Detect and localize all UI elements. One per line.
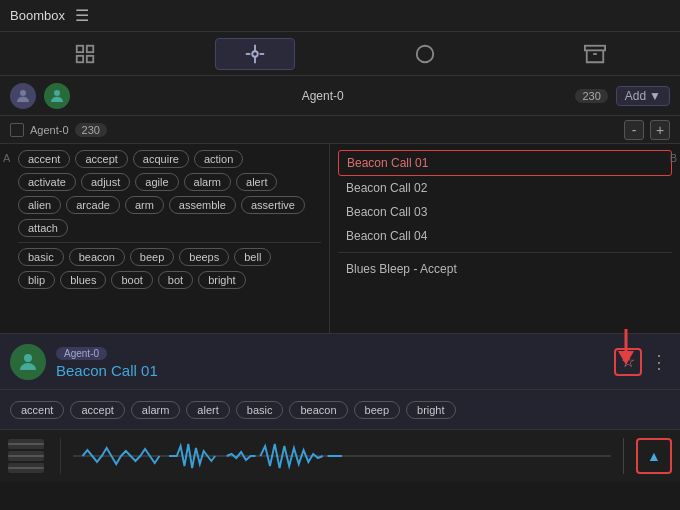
sound-item-2[interactable]: Beacon Call 02 (338, 176, 672, 200)
svg-point-4 (252, 51, 258, 57)
tag-accept[interactable]: accept (75, 150, 127, 168)
svg-rect-3 (87, 55, 93, 61)
player-avatar (10, 344, 46, 380)
sound-item-4[interactable]: Beacon Call 04 (338, 224, 672, 248)
tag-blip[interactable]: blip (18, 271, 55, 289)
left-panel: A accent accept acquire action activate … (0, 144, 330, 333)
strip-tag-alert[interactable]: alert (186, 401, 229, 419)
arrow-indicator (610, 329, 642, 371)
panel-label-b: B (670, 152, 677, 164)
tag-bell[interactable]: bell (234, 248, 271, 266)
tag-beeps[interactable]: beeps (179, 248, 229, 266)
svg-point-12 (20, 90, 26, 96)
tag-alert[interactable]: alert (236, 173, 277, 191)
waveform-controls (8, 439, 48, 473)
main-content: A accent accept acquire action activate … (0, 144, 680, 334)
svg-rect-2 (77, 55, 83, 61)
svg-point-13 (54, 90, 60, 96)
waveform-display (73, 436, 611, 476)
agent-row-count: 230 (75, 123, 107, 137)
agent-row: Agent-0 230 Add ▼ (0, 76, 680, 116)
strip-tag-bright[interactable]: bright (406, 401, 456, 419)
player-agent-badge: Agent-0 (56, 347, 107, 360)
nav-circle[interactable] (385, 39, 465, 69)
tag-beacon[interactable]: beacon (69, 248, 125, 266)
strip-tag-beep[interactable]: beep (354, 401, 400, 419)
svg-rect-10 (585, 45, 605, 50)
tags-row-5: basic beacon beep beeps bell (18, 248, 321, 266)
upload-button[interactable]: ▲ (636, 438, 672, 474)
tag-attach[interactable]: attach (18, 219, 68, 237)
right-panel: B Beacon Call 01 Beacon Call 02 Beacon C… (330, 144, 680, 333)
strip-tag-accent[interactable]: accent (10, 401, 64, 419)
tags-row-4: attach (18, 219, 321, 237)
dots-icon: ⋮ (650, 352, 668, 372)
nav-box[interactable] (555, 39, 635, 69)
agent-row-label: Agent-0 (30, 124, 69, 136)
row-checkbox[interactable] (10, 123, 24, 137)
tag-activate[interactable]: activate (18, 173, 76, 191)
tags-section-a: accent accept acquire action activate ad… (8, 150, 321, 289)
nav-sliders[interactable] (215, 38, 295, 70)
avatar-blue (10, 83, 36, 109)
tag-boot[interactable]: boot (111, 271, 152, 289)
tag-accent[interactable]: accent (18, 150, 70, 168)
svg-rect-1 (87, 45, 93, 51)
tags-row-2: activate adjust agile alarm alert (18, 173, 321, 191)
tag-agile[interactable]: agile (135, 173, 178, 191)
tag-adjust[interactable]: adjust (81, 173, 130, 191)
svg-rect-0 (77, 45, 83, 51)
tags-row-6: blip blues boot bot bright (18, 271, 321, 289)
strip-tag-alarm[interactable]: alarm (131, 401, 181, 419)
strip-tag-accept[interactable]: accept (70, 401, 124, 419)
tag-arm[interactable]: arm (125, 196, 164, 214)
player-track-name: Beacon Call 01 (56, 362, 604, 379)
tag-basic[interactable]: basic (18, 248, 64, 266)
tag-blues[interactable]: blues (60, 271, 106, 289)
waveform-btn-3[interactable] (8, 463, 44, 473)
row-controls: Agent-0 230 - + (0, 116, 680, 144)
add-button[interactable]: Add ▼ (616, 86, 670, 106)
avatar-green (44, 83, 70, 109)
upload-icon: ▲ (647, 448, 661, 464)
nav-bar (0, 32, 680, 76)
sound-item-3[interactable]: Beacon Call 03 (338, 200, 672, 224)
dots-button[interactable]: ⋮ (648, 351, 670, 373)
menu-icon[interactable]: ☰ (75, 6, 89, 25)
agent-count: 230 (575, 89, 607, 103)
strip-tag-basic[interactable]: basic (236, 401, 284, 419)
nav-grid[interactable] (45, 39, 125, 69)
app-title: Boombox (10, 8, 65, 23)
tag-bot[interactable]: bot (158, 271, 193, 289)
svg-point-9 (417, 45, 434, 62)
tag-arcade[interactable]: arcade (66, 196, 120, 214)
tags-row-1: accent accept acquire action (18, 150, 321, 168)
panel-label-a: A (3, 152, 10, 164)
player-info: Agent-0 Beacon Call 01 (56, 345, 604, 379)
tag-assemble[interactable]: assemble (169, 196, 236, 214)
svg-point-14 (24, 354, 32, 362)
waveform-bar: ▲ (0, 430, 680, 482)
tag-alarm[interactable]: alarm (184, 173, 232, 191)
strip-tag-beacon[interactable]: beacon (289, 401, 347, 419)
tag-alien[interactable]: alien (18, 196, 61, 214)
waveform-btn-2[interactable] (8, 451, 44, 461)
sound-item-5[interactable]: Blues Bleep - Accept (338, 257, 672, 281)
sound-item-1[interactable]: Beacon Call 01 (338, 150, 672, 176)
tag-assertive[interactable]: assertive (241, 196, 305, 214)
svg-marker-16 (618, 351, 634, 365)
tag-action[interactable]: action (194, 150, 243, 168)
tag-acquire[interactable]: acquire (133, 150, 189, 168)
tag-beep[interactable]: beep (130, 248, 174, 266)
agent-name-label: Agent-0 (78, 89, 567, 103)
titlebar: Boombox ☰ (0, 0, 680, 32)
minus-button[interactable]: - (624, 120, 644, 140)
waveform-btn-1[interactable] (8, 439, 44, 449)
plus-button[interactable]: + (650, 120, 670, 140)
tags-strip: accent accept alarm alert basic beacon b… (0, 390, 680, 430)
tag-bright[interactable]: bright (198, 271, 246, 289)
tags-row-3: alien arcade arm assemble assertive (18, 196, 321, 214)
player-bar: Agent-0 Beacon Call 01 ☆ ⋮ (0, 334, 680, 390)
